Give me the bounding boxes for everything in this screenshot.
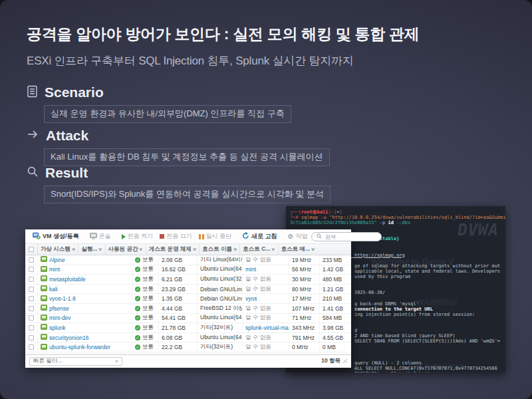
host-mem-cell: 233 MB	[319, 255, 351, 265]
vm-name-link[interactable]: Alpine	[49, 257, 65, 263]
vm-icon	[41, 305, 47, 312]
vm-name-link[interactable]: mint-dev	[49, 315, 71, 321]
section-scenario: Scenario	[27, 84, 104, 100]
arrow-right-icon	[27, 129, 39, 142]
table-row[interactable]: kali ✓ 보통 23.29 GB Debian GNU/Linux... 알…	[25, 285, 351, 295]
row-checkbox[interactable]	[25, 275, 37, 284]
column-header[interactable]: 호스트 메...∨	[278, 244, 318, 255]
table-row[interactable]: ubuntu-splunk-forwarder ✓ 보통 22.2 GB 기타(…	[25, 342, 351, 352]
power-off-button[interactable]: 전원 끄기	[156, 232, 196, 241]
vm-create-button[interactable]: VM 생성/등록	[29, 232, 82, 241]
column-header[interactable]: 호스트 이름∨	[199, 244, 239, 255]
slide-title: 공격을 알아야 방어가 보인다 : 실전 모의 해킹 및 통합 관제	[27, 24, 419, 45]
column-header[interactable]: 가상 시스템∨	[37, 244, 78, 255]
vm-name-link[interactable]: vyos-1-1.8	[49, 295, 76, 302]
chevron-down-icon: ∨	[114, 358, 119, 364]
guest-os-cell: Debian GNU/Linux...	[197, 294, 242, 303]
section-attack: Attack	[27, 128, 88, 144]
terminal-prompt-line1: ┌──(root㉿kali)-[~]	[290, 209, 505, 215]
resize-grip-icon[interactable]	[342, 358, 347, 364]
table-row[interactable]: mint ✓ 보통 16.62 GB Ubuntu Linux(64비... m…	[25, 265, 351, 275]
guest-os-cell: 기타 Linux(64비트)	[197, 255, 242, 265]
status-ok-icon: ✓	[135, 257, 140, 263]
search-input[interactable]	[324, 233, 377, 241]
chevron-down-icon: ∨	[311, 247, 315, 252]
table-row[interactable]: pfsense ✓ 보통 4.44 GB FreeBSD 12 이상 ... 알…	[25, 304, 351, 314]
esxi-vm-window: VM 생성/등록 콘솔 전원 켜기 전원 끄기 일시 중단	[25, 229, 351, 368]
console-button[interactable]: 콘솔	[86, 232, 114, 241]
refresh-button[interactable]: 새로 고침	[239, 232, 281, 241]
vm-icon	[41, 256, 47, 263]
power-on-icon	[122, 234, 126, 239]
vm-icon	[41, 334, 47, 341]
host-cpu-cell: 19 MHz	[289, 255, 319, 265]
row-checkbox[interactable]	[25, 323, 37, 332]
vm-create-icon	[33, 232, 41, 241]
host-mem-cell: 480 MB	[319, 275, 351, 284]
section-heading-scenario: Scenario	[45, 84, 104, 100]
select-all-checkbox[interactable]	[25, 244, 37, 255]
vm-name-link[interactable]: ubuntu-splunk-forwarder	[49, 344, 110, 350]
host-name-cell: 알 수 없음	[242, 333, 289, 342]
power-on-button[interactable]: 전원 켜기	[118, 232, 157, 241]
column-header[interactable]: 사용된 공간∨	[105, 244, 146, 255]
column-header[interactable]: 게스트 운영 체제∨	[146, 244, 200, 255]
vm-table-header: 가상 시스템∨실행...∨사용된 공간∨게스트 운영 체제∨호스트 이름∨호스트…	[25, 244, 351, 255]
vm-table-footer: 빠른 필터... ∨ 10 항목	[25, 354, 351, 368]
table-row[interactable]: splunk ✓ 보통 21.78 GB 기타(32비트) splunk-vir…	[25, 323, 351, 333]
host-mem-cell: 4.55 GB	[319, 333, 351, 342]
checkbox-icon	[29, 344, 34, 350]
column-header[interactable]: 호스트 C...∨	[239, 244, 277, 255]
table-row[interactable]: metasploitable ✓ 보통 6.21 GB Ubuntu Linux…	[25, 275, 351, 285]
vm-name-link[interactable]: mint	[49, 266, 60, 273]
vm-search-box[interactable]	[311, 232, 382, 241]
row-checkbox[interactable]	[25, 342, 37, 352]
vm-name-link[interactable]: kali	[49, 286, 58, 293]
table-row[interactable]: securityonion16 ✓ 보통 6.08 GB Ubuntu Linu…	[25, 333, 351, 343]
row-checkbox[interactable]	[25, 314, 37, 323]
used-space-cell: 23.29 GB	[158, 285, 197, 294]
row-checkbox[interactable]	[25, 294, 37, 303]
host-mem-cell: 584 MB	[319, 314, 351, 323]
vm-name-link[interactable]: securityonion16	[49, 334, 89, 341]
used-space-cell: 54.41 GB	[158, 314, 197, 323]
suspend-button[interactable]: 일시 중단	[196, 232, 235, 241]
row-checkbox[interactable]	[25, 255, 37, 265]
row-checkbox[interactable]	[25, 333, 37, 342]
guest-os-cell: Ubuntu Linux(64비...	[197, 333, 242, 342]
vm-name-link[interactable]: splunk	[49, 325, 66, 331]
row-checkbox[interactable]	[25, 304, 37, 313]
magnifier-icon	[27, 166, 39, 180]
host-cpu-cell: 791 MHz	[289, 333, 319, 342]
section-result: Result	[27, 165, 88, 181]
quick-filter-dropdown[interactable]: 빠른 필터... ∨	[29, 357, 122, 366]
guest-os-cell: 기타(32비트)	[197, 323, 242, 332]
vm-name-link[interactable]: metasploitable	[49, 276, 86, 283]
column-header[interactable]: 실행...∨	[78, 244, 104, 255]
row-checkbox[interactable]	[25, 285, 37, 294]
refresh-icon	[242, 232, 249, 241]
table-row[interactable]: Alpine ✓ 보통 2.08 GB 기타 Linux(64비트) 알 수 없…	[25, 255, 351, 265]
host-cpu-cell: 0 MHz	[289, 342, 319, 352]
checkbox-icon	[29, 296, 34, 301]
used-space-cell: 16.62 GB	[158, 265, 197, 275]
host-name-cell: 알 수 없음	[242, 304, 289, 313]
status-label: 보통	[142, 265, 154, 273]
host-name-cell: splunk-virtual-mac...	[242, 323, 289, 332]
table-row[interactable]: mint-dev ✓ 보통 54.41 GB Ubuntu Linux(64비.…	[25, 314, 351, 324]
status-ok-icon: ✓	[135, 267, 140, 272]
guest-os-cell: Ubuntu Linux(64비...	[197, 314, 242, 323]
section-desc-attack: Kali Linux를 활용한 DB 침투 및 계정정보 추출 등 실전 공격 …	[44, 148, 330, 166]
row-checkbox[interactable]	[25, 265, 37, 275]
host-name-cell: 알 수 없음	[242, 342, 289, 352]
terminal-output-line: 71716b71)-- -&Submit=Submit	[290, 371, 505, 372]
host-name-cell: vyos	[242, 294, 289, 303]
table-row[interactable]: vyos-1-1.8 ✓ 보통 1.35 GB Debian GNU/Linux…	[25, 294, 351, 304]
vm-name-link[interactable]: pfsense	[49, 305, 69, 312]
chevron-down-icon: ∨	[233, 247, 237, 252]
checkbox-icon	[29, 277, 34, 282]
status-ok-icon: ✓	[135, 306, 140, 311]
checkbox-icon	[29, 247, 34, 252]
actions-button[interactable]: ⚙ 작업	[285, 232, 311, 241]
host-name-cell: 알 수 없음	[242, 314, 289, 323]
